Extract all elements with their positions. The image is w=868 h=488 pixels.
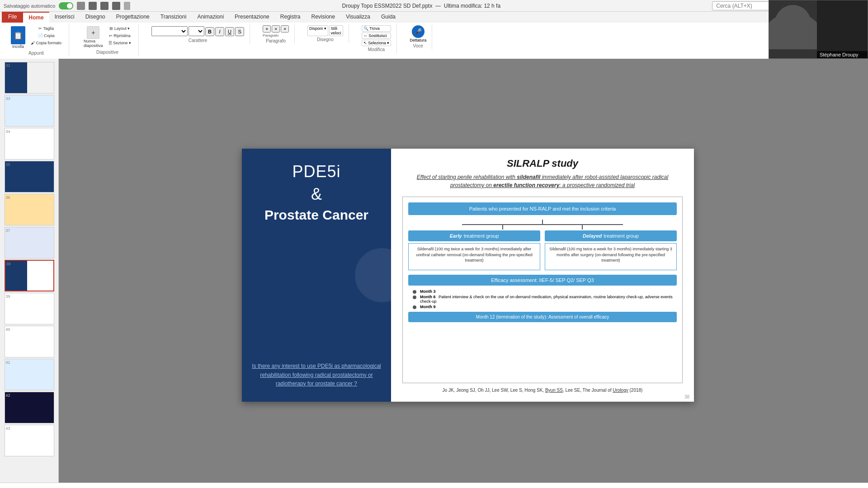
tab-transizioni[interactable]: Transizioni [155, 12, 192, 23]
slide-num-36: 36 [6, 195, 10, 200]
nuova-diapositiva-button[interactable]: + Nuovadiapositiva [82, 25, 105, 49]
slide-thumb-42[interactable]: 42 [5, 392, 54, 423]
tab-guida[interactable]: Guida [376, 12, 401, 23]
tab-home[interactable]: Home [23, 12, 49, 23]
align-left-button[interactable]: ≡ [263, 25, 271, 33]
webcam-overlay: Stéphane Droupy [769, 0, 868, 59]
layout-button[interactable]: ⊞ Layout ▾ [107, 25, 133, 32]
slide-thumb-36[interactable]: 36 [5, 194, 54, 225]
autosave-toggle[interactable] [59, 2, 73, 9]
early-branch-body: Sildenafil (100 mg twice a week for 3 mo… [408, 243, 540, 270]
slide-num-38: 38 [6, 262, 11, 266]
undo-icon[interactable] [89, 2, 97, 10]
delayed-branch-body: Sildenafil (100 mg twice a week for 3 mo… [545, 243, 677, 270]
delayed-branch-header: Delayed treatment group [545, 230, 677, 241]
left-question: Is there any interest to use PDE5i as ph… [251, 362, 382, 388]
slide-num-42: 42 [6, 393, 10, 398]
slide-num-40: 40 [6, 327, 10, 332]
slide-thumb-37[interactable]: 37 [5, 227, 54, 258]
file-tab[interactable]: File [2, 12, 23, 23]
slide-thumb-41[interactable]: 41 [5, 359, 54, 390]
topbar-title: Droupy Topo ESSM2022 SD Def.pptx — Ultim… [134, 3, 708, 9]
delayed-suffix: treatment group [604, 233, 639, 239]
ribbon-group-diapositive: + Nuovadiapositiva ⊞ Layout ▾ ↩ Ripristi… [76, 24, 139, 56]
seleziona-button[interactable]: ↖ Seleziona ▾ [362, 40, 392, 46]
slide-thumb-34[interactable]: 34 [5, 128, 54, 160]
tab-progettazione[interactable]: Progettazione [111, 12, 155, 23]
dot-month6 [413, 296, 416, 299]
customize-icon[interactable] [124, 2, 130, 10]
align-right-button[interactable]: ≡ [281, 25, 289, 33]
copia-formato-button[interactable]: 🖌 Copia formato [29, 40, 63, 46]
month9-label: Month 9 [420, 305, 436, 309]
slide-thumb-40[interactable]: 40 [5, 326, 54, 357]
modified-time: Ultima modifica: 12 h fa [444, 3, 500, 9]
tab-disegno[interactable]: Disegno [80, 12, 111, 23]
slide-right-panel: SILRALP study Effect of starting penile … [391, 149, 694, 402]
bold-button[interactable]: B [205, 27, 214, 36]
align-center-button[interactable]: ≡ [272, 25, 280, 33]
font-family-select[interactable] [151, 26, 188, 36]
tab-animazioni[interactable]: Animazioni [192, 12, 229, 23]
ribbon-group-modifica: 🔍 Trova ↔ Sostituisci ↖ Seleziona ▾ Modi… [356, 24, 397, 53]
present-icon[interactable] [112, 2, 120, 10]
ribbon-group-disegno: Disponi ▾ Stiliveloci Disegno [302, 24, 349, 43]
delayed-branch: Delayed treatment group Sildenafil (100 … [545, 230, 677, 270]
tab-inserisci[interactable]: Inserisci [49, 12, 80, 23]
sostituisci-button[interactable]: ↔ Sostituisci [362, 33, 392, 39]
stili-veloci-button[interactable]: Stiliveloci [329, 25, 343, 36]
carattere-label: Carattere [189, 38, 208, 43]
italic-button[interactable]: I [215, 27, 224, 36]
delayed-label: Delayed [583, 233, 602, 239]
timeline-month3: Month 3 [413, 289, 677, 294]
slide-num-39: 39 [6, 294, 10, 299]
strikethrough-button[interactable]: S [235, 27, 244, 36]
dettatura-button[interactable]: 🎤 Dettatura [410, 25, 426, 42]
slide-thumb-33[interactable]: 33 [5, 95, 54, 127]
prostate-cancer-title: Prostate Cancer [264, 207, 368, 223]
pde5i-title: PDE5i [264, 162, 368, 181]
month6-label: Month 6 [420, 295, 436, 299]
copia-button[interactable]: 📄 Copia [29, 33, 63, 39]
disponi-button[interactable]: Disponi ▾ [307, 25, 328, 36]
notes-area[interactable]: Fare clic per inserire le note [0, 483, 868, 488]
slide: PDE5i & Prostate Cancer Is there any int… [242, 149, 694, 402]
save-icon[interactable] [77, 2, 85, 10]
topbar: Salvataggio automatico Droupy Topo ESSM2… [0, 0, 868, 12]
slide-left-panel: PDE5i & Prostate Cancer Is there any int… [242, 149, 391, 402]
slide-num-32: 32 [6, 63, 10, 68]
slide-area[interactable]: PDE5i & Prostate Cancer Is there any int… [59, 59, 868, 483]
flowchart-top-box: Patients who presented for NS-RALP and m… [408, 202, 677, 215]
slide-num-35: 35 [6, 162, 10, 167]
ribbon-group-carattere: B I U S Carattere [146, 24, 250, 44]
underline-button[interactable]: U [225, 27, 234, 36]
tab-revisione[interactable]: Revisione [306, 12, 340, 23]
taglia-button[interactable]: ✂ Taglia [29, 25, 63, 32]
early-branch-header: Early treatment group [408, 230, 540, 241]
main-area: 32 33 34 35 36 37 38 39 40 [0, 59, 868, 483]
dot-month9 [413, 305, 416, 309]
slide-num-37: 37 [6, 228, 10, 233]
tab-registra[interactable]: Registra [275, 12, 306, 23]
slide-thumb-39[interactable]: 39 [5, 293, 54, 324]
incolla-button[interactable]: 📋 Incolla [9, 25, 27, 50]
final-box: Month 12 (termination of the study): Ass… [408, 312, 677, 322]
tab-visualizza[interactable]: Visualizza [340, 12, 376, 23]
ribbon: File Home Inserisci Disegno Progettazion… [0, 12, 868, 59]
ribbon-group-voce: 🎤 Dettatura Voce [404, 24, 432, 49]
sezione-button[interactable]: ☰ Sezione ▾ [107, 40, 133, 46]
ribbon-content: 📋 Incolla ✂ Taglia 📄 Copia 🖌 Copia forma… [0, 23, 868, 59]
ampersand: & [264, 185, 368, 204]
ribbon-tabs: File Home Inserisci Disegno Progettazion… [0, 12, 868, 23]
dot-month3 [413, 290, 416, 294]
slide-thumb-35[interactable]: 35 [5, 161, 54, 192]
tab-presentazione[interactable]: Presentazione [229, 12, 275, 23]
slide-thumb-32[interactable]: 32 [5, 62, 54, 94]
slide-thumb-43[interactable]: 43 [5, 425, 54, 456]
ripristina-button[interactable]: ↩ Ripristina [107, 33, 133, 39]
slide-thumb-38[interactable]: 38 [5, 260, 54, 291]
redo-icon[interactable] [100, 2, 108, 10]
flowchart-timeline: Month 3 Month 6 Patient interview & chec… [408, 289, 677, 309]
trova-button[interactable]: 🔍 Trova [362, 25, 392, 32]
font-size-select[interactable] [189, 26, 204, 36]
